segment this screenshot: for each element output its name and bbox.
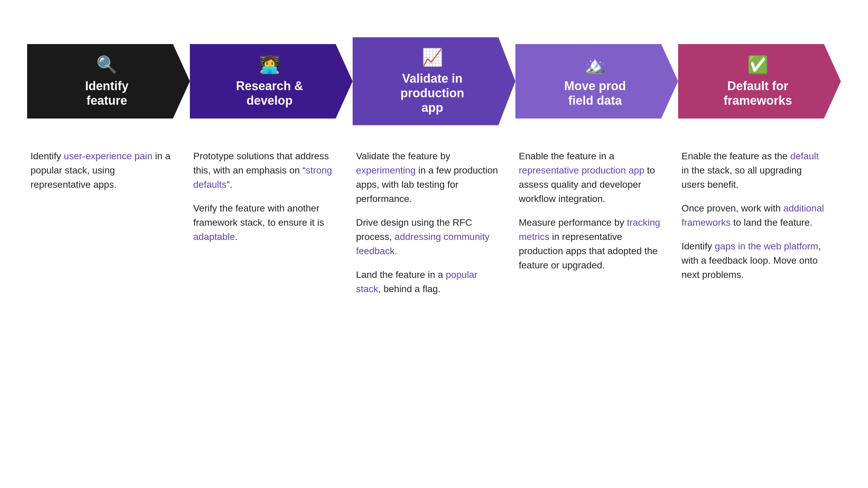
content-row: Identify user-experience pain in a popul… [27, 146, 841, 300]
chevron-default: ✅Default for frameworks [678, 37, 841, 125]
chevron-icon-identify: 🔍 [96, 55, 117, 75]
chevron-icon-move: 🏔️ [585, 55, 606, 75]
chevron-move: 🏔️Move prod field data [515, 37, 678, 125]
chevron-research: 👩‍💻Research & develop [190, 37, 353, 125]
chevron-title-research: Research & develop [236, 79, 303, 108]
chevron-icon-validate: 📈 [422, 47, 443, 67]
highlight-link: user-experience pain [64, 151, 153, 161]
paragraph: Measure performance by tracking metrics … [519, 216, 665, 272]
move-content: Enable the feature in a representative p… [515, 146, 678, 276]
paragraph: Drive design using the RFC process, addr… [356, 216, 502, 258]
highlight-link: tracking metrics [519, 217, 660, 242]
paragraph: Validate the feature by experimenting in… [356, 149, 502, 206]
research-content: Prototype solutions that address this, w… [190, 146, 353, 247]
highlight-link: additional frameworks [682, 203, 824, 228]
chevron-identify: 🔍Identify feature [27, 37, 190, 125]
chevron-title-identify: Identify feature [85, 79, 129, 108]
chevron-title-move: Move prod field data [564, 79, 626, 108]
chevron-title-default: Default for frameworks [724, 79, 792, 108]
highlight-link: adaptable [193, 231, 235, 242]
chevron-row: 🔍Identify feature👩‍💻Research & develop📈V… [27, 37, 841, 125]
paragraph: Once proven, work with additional framew… [682, 201, 827, 230]
highlight-link: experimenting [356, 165, 416, 176]
paragraph: Identify gaps in the web platform, with … [682, 239, 827, 282]
highlight-link: strong defaults [193, 165, 332, 190]
paragraph: Verify the feature with another framewor… [193, 201, 339, 244]
chevron-title-validate: Validate in production app [400, 71, 464, 115]
highlight-link: representative production app [519, 165, 644, 176]
paragraph: Land the feature in a popular stack, beh… [356, 268, 502, 296]
chevron-icon-default: ✅ [747, 55, 768, 75]
validate-content: Validate the feature by experimenting in… [353, 146, 515, 300]
highlight-link: popular stack [356, 269, 477, 294]
highlight-link: addressing community feedback. [356, 231, 490, 256]
chevron-validate: 📈Validate in production app [353, 37, 515, 125]
highlight-link: gaps in the web platform [715, 241, 818, 251]
paragraph: Identify user-experience pain in a popul… [31, 149, 176, 192]
paragraph: Prototype solutions that address this, w… [193, 149, 339, 192]
paragraph: Enable the feature in a representative p… [519, 149, 665, 206]
identify-content: Identify user-experience pain in a popul… [27, 146, 190, 195]
chevron-icon-research: 👩‍💻 [259, 55, 280, 75]
default-content: Enable the feature as the default in the… [678, 146, 841, 285]
paragraph: Enable the feature as the default in the… [682, 149, 827, 192]
highlight-link: default [790, 151, 819, 161]
